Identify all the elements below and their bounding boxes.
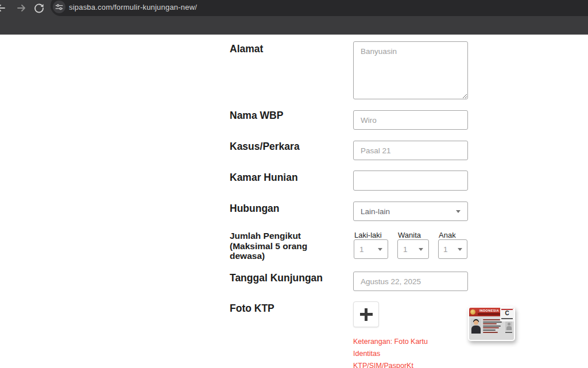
chevron-down-icon (378, 248, 382, 251)
ktp-text-lines (483, 319, 502, 334)
alamat-textarea[interactable] (353, 41, 468, 99)
photo-note: Keterangan: Foto Kartu Identitas KTP/SIM… (353, 336, 454, 368)
hubungan-select[interactable]: Lain-lain (353, 202, 468, 221)
ktp-country-label: INDONESIA (477, 309, 501, 312)
back-button[interactable] (0, 2, 6, 14)
kamar-hunian-input[interactable] (353, 171, 468, 191)
label-nama-wbp: Nama WBP (230, 110, 283, 121)
tanggal-kunjungan-input[interactable] (353, 272, 468, 291)
label-laki-laki: Laki-laki (354, 231, 382, 239)
upload-photo-button[interactable] (353, 301, 379, 327)
ktp-class-box: C (500, 308, 514, 321)
forward-button[interactable] (16, 2, 28, 14)
url-text: sipasba.com/formulir-kunjungan-new/ (69, 3, 197, 11)
plus-icon (360, 308, 373, 321)
forward-arrow-icon (16, 2, 28, 14)
laki-laki-count-select[interactable]: 1 (354, 239, 388, 259)
ktp-secondary-photo (505, 321, 512, 331)
chevron-down-icon (458, 248, 462, 251)
hubungan-selected-value: Lain-lain (361, 207, 390, 216)
refresh-button[interactable] (33, 2, 45, 14)
label-kasus-perkara: Kasus/Perkara (230, 141, 300, 152)
ktp-subtitle-band (478, 313, 501, 315)
laki-laki-count-value: 1 (359, 245, 364, 254)
ktp-sample-image: INDONESIA C (468, 307, 515, 341)
chevron-down-icon (419, 248, 423, 251)
visit-form: Alamat Nama WBP Kasus/Perkara Kamar Huni… (0, 35, 588, 368)
nama-wbp-input[interactable] (353, 110, 468, 130)
anak-count-value: 1 (443, 245, 448, 254)
photo-note-line2: KTP/SIM/PasporKt (353, 360, 454, 368)
garuda-emblem-icon (470, 309, 475, 315)
label-alamat: Alamat (230, 43, 263, 55)
label-jumlah-pengikut: Jumlah Pengikut (Maksimal 5 orang dewasa… (230, 231, 322, 261)
label-wanita: Wanita (398, 231, 421, 239)
site-settings-icon[interactable] (53, 1, 65, 13)
browser-toolbar: sipasba.com/formulir-kunjungan-new/ (0, 0, 588, 35)
label-foto-ktp: Foto KTP (230, 303, 274, 314)
chevron-down-icon (456, 210, 461, 213)
back-arrow-icon (0, 2, 6, 14)
anak-count-select[interactable]: 1 (438, 239, 467, 259)
refresh-icon (33, 2, 45, 14)
label-anak: Anak (439, 231, 456, 239)
url-bar[interactable]: sipasba.com/formulir-kunjungan-new/ (51, 0, 588, 16)
wanita-count-value: 1 (403, 245, 408, 254)
photo-note-line1: Keterangan: Foto Kartu Identitas (353, 336, 454, 360)
label-kamar-hunian: Kamar Hunian (230, 172, 298, 183)
label-hubungan: Hubungan (230, 203, 280, 214)
wanita-count-select[interactable]: 1 (397, 239, 429, 259)
ktp-portrait-photo (471, 319, 481, 334)
ktp-class-letter: C (500, 310, 514, 316)
kasus-perkara-input[interactable] (353, 141, 468, 160)
label-tanggal-kunjungan: Tanggal Kunjungan (230, 272, 323, 284)
